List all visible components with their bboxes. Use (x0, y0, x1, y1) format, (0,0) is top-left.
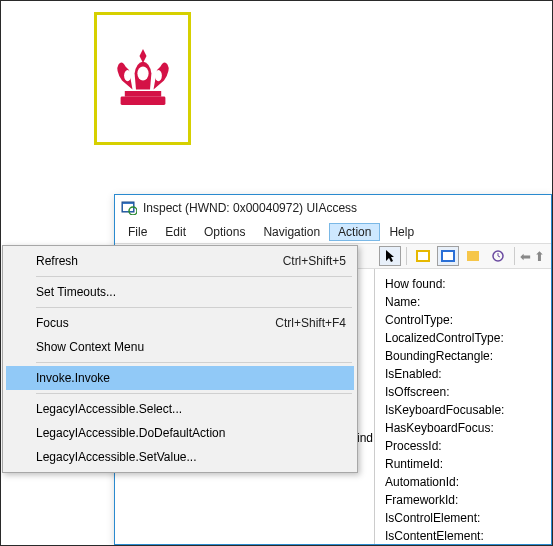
menu-file[interactable]: File (119, 223, 156, 241)
property-row: ProcessId: (385, 437, 541, 455)
menu-item-legacy-dodefault[interactable]: LegacyIAccessible.DoDefaultAction (6, 421, 354, 445)
menu-divider (36, 393, 352, 394)
hourglass-tool[interactable] (462, 246, 484, 266)
svg-point-2 (137, 66, 148, 80)
menu-item-legacy-setvalue[interactable]: LegacyIAccessible.SetValue... (6, 445, 354, 469)
app-icon (121, 199, 137, 218)
separator (514, 247, 515, 265)
menu-help[interactable]: Help (380, 223, 423, 241)
svg-point-4 (154, 70, 161, 81)
menu-navigation[interactable]: Navigation (254, 223, 329, 241)
property-row: ControlType: (385, 311, 541, 329)
menu-edit[interactable]: Edit (156, 223, 195, 241)
menu-item-set-timeouts[interactable]: Set Timeouts... (6, 280, 354, 304)
arrow-up-icon[interactable]: ⬆ (534, 249, 545, 264)
property-row: How found: (385, 275, 541, 293)
menu-divider (36, 362, 352, 363)
menu-item-legacy-select[interactable]: LegacyIAccessible.Select... (6, 397, 354, 421)
svg-rect-0 (120, 96, 165, 104)
menu-item-focus[interactable]: FocusCtrl+Shift+F4 (6, 311, 354, 335)
property-row: IsEnabled: (385, 365, 541, 383)
highlight-blue-tool[interactable] (437, 246, 459, 266)
property-row: BoundingRectangle: (385, 347, 541, 365)
property-row: Name: (385, 293, 541, 311)
svg-rect-1 (124, 91, 160, 97)
menu-divider (36, 276, 352, 277)
property-row: AutomationId: (385, 473, 541, 491)
menu-options[interactable]: Options (195, 223, 254, 241)
crown-icon (108, 32, 178, 126)
highlight-yellow-tool[interactable] (412, 246, 434, 266)
titlebar: Inspect (HWND: 0x00040972) UIAccess (115, 195, 551, 221)
menu-action[interactable]: Action (329, 223, 380, 241)
property-row: HasKeyboardFocus: (385, 419, 541, 437)
action-context-menu[interactable]: RefreshCtrl+Shift+5 Set Timeouts... Focu… (2, 245, 358, 473)
property-row: IsKeyboardFocusable: (385, 401, 541, 419)
menu-item-show-context-menu[interactable]: Show Context Menu (6, 335, 354, 359)
property-row: LocalizedControlType: (385, 329, 541, 347)
clock-tool[interactable] (487, 246, 509, 266)
property-row: IsControlElement: (385, 509, 541, 527)
menu-item-refresh[interactable]: RefreshCtrl+Shift+5 (6, 249, 354, 273)
property-row: FrameworkId: (385, 491, 541, 509)
cursor-tool[interactable] (379, 246, 401, 266)
menubar[interactable]: File Edit Options Navigation Action Help (115, 221, 551, 243)
property-row: RuntimeId: (385, 455, 541, 473)
property-row: IsOffscreen: (385, 383, 541, 401)
svg-point-3 (124, 70, 131, 81)
property-row: IsContentElement: (385, 527, 541, 544)
separator (406, 247, 407, 265)
chess-card (94, 12, 191, 145)
window-title: Inspect (HWND: 0x00040972) UIAccess (143, 201, 357, 215)
menu-divider (36, 307, 352, 308)
arrow-left-icon[interactable]: ⬅ (520, 249, 531, 264)
menu-item-invoke-invoke[interactable]: Invoke.Invoke (6, 366, 354, 390)
properties-pane: How found: Name: ControlType: LocalizedC… (375, 269, 551, 544)
